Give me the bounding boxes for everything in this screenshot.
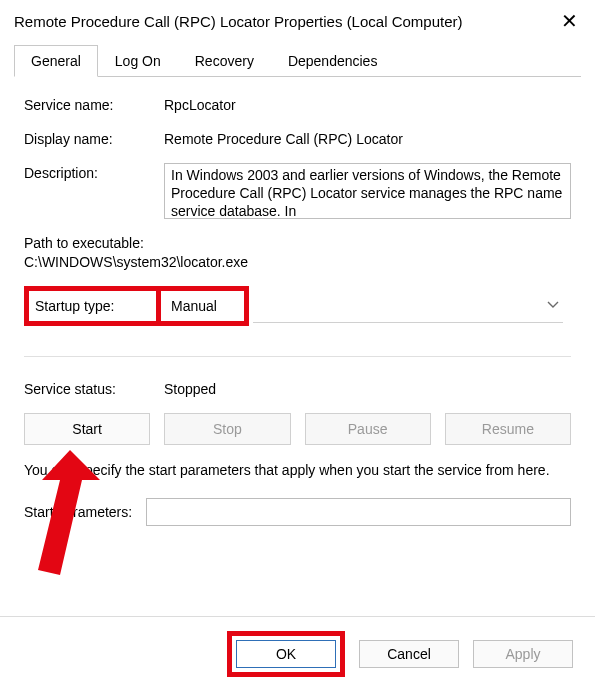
service-name-row: Service name: RpcLocator bbox=[24, 95, 571, 113]
display-name-row: Display name: Remote Procedure Call (RPC… bbox=[24, 129, 571, 147]
display-name-value: Remote Procedure Call (RPC) Locator bbox=[164, 129, 571, 147]
chevron-down-icon bbox=[547, 301, 559, 309]
service-status-label: Service status: bbox=[24, 379, 164, 397]
service-name-value: RpcLocator bbox=[164, 95, 571, 113]
general-panel: Service name: RpcLocator Display name: R… bbox=[14, 76, 581, 536]
description-label: Description: bbox=[24, 163, 164, 181]
start-button[interactable]: Start bbox=[24, 413, 150, 445]
tab-general[interactable]: General bbox=[14, 45, 98, 77]
start-params-label: Start parameters: bbox=[24, 504, 132, 520]
service-status-row: Service status: Stopped bbox=[24, 379, 571, 397]
stop-button: Stop bbox=[164, 413, 290, 445]
start-params-row: Start parameters: bbox=[24, 498, 571, 526]
path-label: Path to executable: bbox=[24, 235, 571, 251]
path-value: C:\WINDOWS\system32\locator.exe bbox=[24, 254, 571, 270]
dialog-buttons: OK Cancel Apply bbox=[0, 616, 595, 695]
startup-type-value: Manual bbox=[161, 286, 249, 326]
divider bbox=[24, 356, 571, 357]
tab-strip: General Log On Recovery Dependencies bbox=[14, 44, 581, 76]
start-params-input[interactable] bbox=[146, 498, 571, 526]
titlebar: Remote Procedure Call (RPC) Locator Prop… bbox=[0, 0, 595, 38]
description-row: Description: In Windows 2003 and earlier… bbox=[24, 163, 571, 219]
ok-button[interactable]: OK bbox=[236, 640, 336, 668]
path-section: Path to executable: C:\WINDOWS\system32\… bbox=[24, 235, 571, 270]
description-text[interactable]: In Windows 2003 and earlier versions of … bbox=[164, 163, 571, 219]
display-name-label: Display name: bbox=[24, 129, 164, 147]
close-icon[interactable]: ✕ bbox=[557, 9, 581, 33]
startup-type-dropdown[interactable] bbox=[253, 289, 563, 323]
ok-highlight: OK bbox=[227, 631, 345, 677]
service-properties-dialog: Remote Procedure Call (RPC) Locator Prop… bbox=[0, 0, 595, 695]
hint-text: You can specify the start parameters tha… bbox=[24, 461, 571, 480]
service-control-buttons: Start Stop Pause Resume bbox=[24, 413, 571, 445]
pause-button: Pause bbox=[305, 413, 431, 445]
dialog-title: Remote Procedure Call (RPC) Locator Prop… bbox=[14, 13, 463, 30]
tab-recovery[interactable]: Recovery bbox=[178, 45, 271, 77]
tab-logon[interactable]: Log On bbox=[98, 45, 178, 77]
service-name-label: Service name: bbox=[24, 95, 164, 113]
cancel-button[interactable]: Cancel bbox=[359, 640, 459, 668]
startup-type-row: Startup type: Manual bbox=[24, 286, 571, 326]
startup-type-label: Startup type: bbox=[24, 286, 161, 326]
resume-button: Resume bbox=[445, 413, 571, 445]
apply-button: Apply bbox=[473, 640, 573, 668]
service-status-value: Stopped bbox=[164, 379, 571, 397]
tab-dependencies[interactable]: Dependencies bbox=[271, 45, 395, 77]
